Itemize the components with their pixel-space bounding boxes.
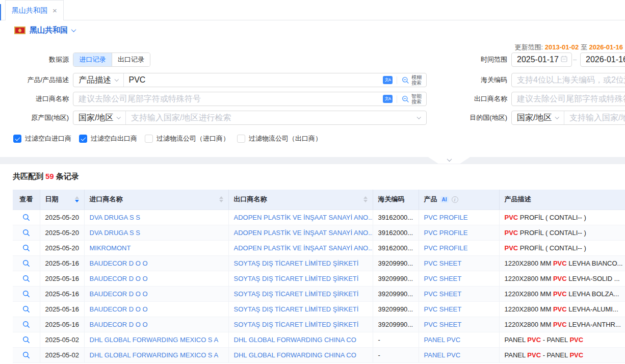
table-row: 2025-05-16BAUDECOR D O OSOYTAŞ DIŞ TİCAR… <box>13 271 625 286</box>
product-link[interactable]: PVC PROFILE <box>424 229 468 237</box>
product-cell: PVC SHEET <box>419 301 499 317</box>
hs-code-input[interactable]: 支持4位以上海关编码，或2位海关编码加 <box>511 73 625 87</box>
destination-type-select[interactable]: 国家/地区 <box>512 111 564 124</box>
view-record-icon[interactable] <box>22 214 30 221</box>
table-row: 2025-05-20DVA DRUGA S SADOPEN PLASTİK VE… <box>13 225 625 240</box>
tab-import-records[interactable]: 进口记录 <box>73 53 112 66</box>
importer-link[interactable]: BAUDECOR D O O <box>90 275 148 282</box>
time-range-end-value: 2026-01-16 <box>581 55 625 64</box>
origin-label: 原产国(地区) <box>0 111 69 125</box>
col-exporter-label: 出口商名称 <box>234 195 360 204</box>
checkbox-icon[interactable] <box>237 135 245 143</box>
exporter-link[interactable]: SOYTAŞ DIŞ TİCARET LİMİTED ŞİRKETİ <box>234 275 359 282</box>
view-record-icon[interactable] <box>22 321 30 328</box>
checkbox-filter-logistics-exporter[interactable]: 过滤物流公司（出口商） <box>237 134 322 143</box>
destination-search-input[interactable]: 支持输入国家/地区进行检索 <box>564 113 625 123</box>
sort-date[interactable] <box>75 196 79 202</box>
checkbox-label: 过滤物流公司（出口商） <box>249 134 322 143</box>
view-cell[interactable] <box>13 286 40 301</box>
sort-importer[interactable] <box>219 196 223 202</box>
view-cell[interactable] <box>13 240 40 255</box>
exporter-link[interactable]: SOYTAŞ DIŞ TİCARET LİMİTED ŞİRKETİ <box>234 259 359 267</box>
importer-link[interactable]: BAUDECOR D O O <box>90 290 148 298</box>
chevron-down-icon[interactable] <box>71 27 76 32</box>
product-link[interactable]: PVC SHEET <box>424 275 462 282</box>
exporter-cell: SOYTAŞ DIŞ TİCARET LİMİTED ŞİRKETİ <box>228 271 373 286</box>
importer-link[interactable]: BAUDECOR D O O <box>90 259 148 267</box>
importer-link[interactable]: DHL GLOBAL FORWARDING MEXICO S A <box>90 336 219 344</box>
view-record-icon[interactable] <box>22 229 30 237</box>
product-link[interactable]: PVC PROFILE <box>424 214 468 221</box>
sort-exporter[interactable] <box>363 196 368 202</box>
exporter-link[interactable]: DHL GLOBAL FORWARDING CHINA CO <box>234 336 356 344</box>
view-cell[interactable] <box>13 255 40 271</box>
collapse-filters-handle[interactable] <box>428 157 470 164</box>
importer-link[interactable]: BAUDECOR D O O <box>90 305 148 313</box>
time-range-start-input[interactable]: 2025-01-17 <box>511 53 572 67</box>
country-selector[interactable]: 黑山共和国 <box>14 25 75 35</box>
checkbox-filter-logistics-importer[interactable]: 过滤物流公司（进口商） <box>145 134 229 143</box>
importer-link[interactable]: BAUDECOR D O O <box>90 321 148 328</box>
product-link[interactable]: PVC SHEET <box>424 290 462 298</box>
exporter-cell: SOYTAŞ DIŞ TİCARET LİMİTED ŞİRKETİ <box>228 301 373 317</box>
exporter-link[interactable]: ADOPEN PLASTİK VE İNŞAAT SANAYİ ANO... <box>234 214 373 221</box>
view-record-icon[interactable] <box>22 336 30 344</box>
product-link[interactable]: PVC PROFILE <box>424 244 468 252</box>
view-record-icon[interactable] <box>22 305 30 313</box>
product-type-select[interactable]: 产品描述 <box>73 73 123 87</box>
checkbox-icon[interactable] <box>145 135 153 143</box>
importer-cell: BAUDECOR D O O <box>84 286 228 301</box>
view-record-icon[interactable] <box>22 290 30 298</box>
info-icon[interactable]: i <box>452 196 458 203</box>
exporter-link[interactable]: ADOPEN PLASTİK VE İNŞAAT SANAYİ ANO... <box>234 229 373 237</box>
exporter-link[interactable]: SOYTAŞ DIŞ TİCARET LİMİTED ŞİRKETİ <box>234 290 359 298</box>
checkbox-label: 过滤空白进口商 <box>25 134 71 143</box>
exporter-input[interactable]: 建议去除公司尾部字符或特殊符号 <box>511 92 625 106</box>
importer-cell: DHL GLOBAL FORWARDING MEXICO S A <box>84 332 228 347</box>
product-link[interactable]: PVC SHEET <box>424 321 462 328</box>
checkbox-filter-blank-exporter[interactable]: 过滤空白出口商 <box>79 134 137 143</box>
view-record-icon[interactable] <box>22 275 30 282</box>
checkbox-icon[interactable] <box>13 135 21 143</box>
importer-link[interactable]: MIKROMONT <box>90 244 131 252</box>
smart-search-button[interactable]: 智能搜索 <box>397 93 426 105</box>
tab-export-records[interactable]: 出口记录 <box>112 53 150 66</box>
origin-search-input[interactable]: 支持输入国家/地区进行检索 <box>126 113 418 123</box>
view-cell[interactable] <box>13 301 40 317</box>
product-link[interactable]: PVC SHEET <box>424 305 462 313</box>
view-record-icon[interactable] <box>22 244 30 252</box>
tab-montenegro[interactable]: 黑山共和国 × <box>5 0 64 20</box>
product-link[interactable]: PVC SHEET <box>424 259 462 267</box>
col-product: 产品 AI i <box>419 190 499 210</box>
tab-close-icon[interactable]: × <box>53 7 57 14</box>
origin-type-select[interactable]: 国家/地区 <box>73 111 125 124</box>
view-cell[interactable] <box>13 332 40 347</box>
translate-icon[interactable]: 文A <box>383 76 393 84</box>
product-link[interactable]: PANEL PVC <box>424 351 461 359</box>
product-search-input[interactable]: PVC <box>124 75 379 85</box>
exporter-link[interactable]: SOYTAŞ DIŞ TİCARET LİMİTED ŞİRKETİ <box>234 305 359 313</box>
hs-code-label: 海关编码 <box>438 73 507 87</box>
fuzzy-search-button[interactable]: 模糊搜索 <box>397 74 426 86</box>
table-row: 2025-05-20MIKROMONTADOPEN PLASTİK VE İNŞ… <box>13 240 625 255</box>
checkbox-icon[interactable] <box>79 135 87 143</box>
importer-link[interactable]: DVA DRUGA S S <box>90 229 140 237</box>
view-cell[interactable] <box>13 317 40 332</box>
view-cell[interactable] <box>13 347 40 362</box>
checkbox-filter-blank-importer[interactable]: 过滤空白进口商 <box>13 134 71 143</box>
view-record-icon[interactable] <box>22 259 30 267</box>
importer-input[interactable]: 建议去除公司尾部字符或特殊符号 <box>73 94 379 105</box>
exporter-link[interactable]: SOYTAŞ DIŞ TİCARET LİMİTED ŞİRKETİ <box>234 321 359 328</box>
view-cell[interactable] <box>13 210 40 225</box>
exporter-link[interactable]: ADOPEN PLASTİK VE İNŞAAT SANAYİ ANO... <box>234 244 373 252</box>
importer-search-group: 建议去除公司尾部字符或特殊符号 文A 智能搜索 <box>73 92 427 106</box>
view-cell[interactable] <box>13 225 40 240</box>
product-link[interactable]: PANEL PVC <box>424 336 461 344</box>
exporter-link[interactable]: DHL GLOBAL FORWARDING CHINA CO <box>234 351 356 359</box>
view-record-icon[interactable] <box>22 351 30 359</box>
translate-icon[interactable]: 文A <box>383 95 393 103</box>
view-cell[interactable] <box>13 271 40 286</box>
importer-link[interactable]: DHL GLOBAL FORWARDING MEXICO S A <box>90 351 219 359</box>
time-range-end-input[interactable]: 2026-01-16 <box>580 53 625 67</box>
importer-link[interactable]: DVA DRUGA S S <box>90 214 140 221</box>
